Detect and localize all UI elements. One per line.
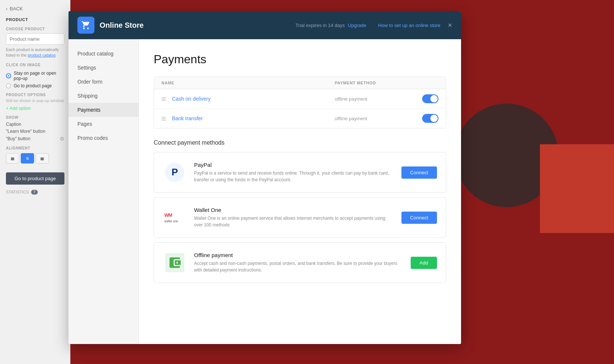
row-1-name-cell: Cash on delivery <box>161 95 335 102</box>
buy-button-item: "Buy" button ⚙ <box>6 136 64 142</box>
wallet-one-logo: W M wallet one <box>163 206 187 229</box>
cash-on-delivery-toggle[interactable] <box>422 94 438 103</box>
payments-content: Payments NAME PAYMENT METHOD Cash on del… <box>139 39 461 344</box>
paypal-name: PayPal <box>194 162 394 168</box>
row-2-method: offline payment <box>335 116 409 121</box>
modal-title: Online Store <box>100 21 296 30</box>
paypal-card: P PayPal PayPal is a service to send and… <box>154 152 446 193</box>
paypal-info: PayPal PayPal is a service to send and r… <box>194 162 394 183</box>
radio-stay-indicator <box>6 73 11 78</box>
store-icon-container <box>77 17 94 34</box>
offline-icon <box>165 253 184 272</box>
radio-stay-label: Stay on page or open pop-up <box>14 71 64 81</box>
svg-text:wallet one: wallet one <box>164 220 178 223</box>
online-store-modal: Online Store Trial expires in 14 days Up… <box>69 11 461 344</box>
offline-payment-add-button[interactable]: Add <box>411 257 437 269</box>
add-option-button[interactable]: + Add option <box>6 106 64 111</box>
modal-header: Online Store Trial expires in 14 days Up… <box>69 11 461 39</box>
table-row: Bank transfer offline payment <box>154 109 446 128</box>
table-row: Cash on delivery offline payment <box>154 89 446 109</box>
row-2-name-cell: Bank transfer <box>161 115 335 122</box>
wallet-one-card: W M wallet one Wallet One Wallet One is … <box>154 197 446 238</box>
click-on-image-label: CLICK ON IMAGE <box>6 63 64 67</box>
payments-page-title: Payments <box>154 53 446 66</box>
back-label: BACK <box>10 6 23 11</box>
paypal-logo-svg: P <box>165 163 184 182</box>
back-chevron-icon: ‹ <box>6 6 7 11</box>
align-left-button[interactable]: ≣ <box>6 153 19 164</box>
drag-handle[interactable] <box>161 97 166 101</box>
drag-handle[interactable] <box>161 117 166 121</box>
left-sidebar: ‹ BACK PRODUCT CHOOSE PRODUCT Each produ… <box>0 0 70 364</box>
helper-text: Each product is automatically listed in … <box>6 47 64 58</box>
row-1-method: offline payment <box>335 96 409 102</box>
nav-item-order-form[interactable]: Order form <box>69 75 139 89</box>
radio-stay[interactable]: Stay on page or open pop-up <box>6 71 64 81</box>
wallet-one-name: Wallet One <box>194 207 394 213</box>
caption-item: Caption <box>6 122 64 127</box>
wallet-one-connect-button[interactable]: Connect <box>401 212 437 224</box>
offline-payment-name: Offline payment <box>194 252 403 258</box>
offline-payment-card: Offline payment Accept cash and non-cash… <box>154 242 446 283</box>
red-rectangle <box>540 144 614 233</box>
col-method: PAYMENT METHOD <box>335 81 409 85</box>
align-right-button[interactable]: ≣ <box>36 153 49 164</box>
add-option-label: + Add option <box>6 106 31 111</box>
bank-transfer-link[interactable]: Bank transfer <box>172 115 203 121</box>
alignment-label: ALIGNMENT <box>6 146 64 150</box>
offline-payment-logo <box>163 251 187 274</box>
radio-goto[interactable]: Go to product page <box>6 83 64 88</box>
paypal-connect-button[interactable]: Connect <box>401 166 437 179</box>
paypal-desc: PayPal is a service to send and receive … <box>194 170 394 183</box>
choose-product-label: CHOOSE PRODUCT <box>6 27 64 31</box>
nav-item-product-catalog[interactable]: Product catalog <box>69 47 139 61</box>
shopping-cart-icon <box>81 20 91 30</box>
cash-on-delivery-link[interactable]: Cash on delivery <box>172 96 210 102</box>
nav-item-settings[interactable]: Settings <box>69 61 139 75</box>
nav-item-shipping[interactable]: Shipping <box>69 89 139 103</box>
nav-item-promo-codes[interactable]: Promo codes <box>69 131 139 145</box>
modal-body: Product catalog Settings Order form Ship… <box>69 39 461 344</box>
settings-icon[interactable]: ⚙ <box>60 136 64 142</box>
product-name-input[interactable] <box>6 33 64 45</box>
wallet-one-info: Wallet One Wallet One is an online payme… <box>194 207 394 228</box>
offline-payment-desc: Accept cash and non-cash payments, posta… <box>194 260 403 273</box>
wallet-icon <box>168 256 182 270</box>
product-title: PRODUCT <box>6 17 64 22</box>
click-action-radio-group: Stay on page or open pop-up Go to produc… <box>6 71 64 88</box>
offline-payment-info: Offline payment Accept cash and non-cash… <box>194 252 403 273</box>
show-label: SHOW <box>6 115 64 119</box>
svg-text:P: P <box>171 166 178 178</box>
wallet-one-desc: Wallet One is an online payment service … <box>194 215 394 228</box>
product-options-label: PRODUCT OPTIONS <box>6 93 64 97</box>
statistics-label: STATISTICS <box>6 190 29 194</box>
modal-nav: Product catalog Settings Order form Ship… <box>69 39 139 344</box>
goto-product-button[interactable]: Go to product page <box>6 172 64 185</box>
product-options-desc: Will be shown in pop-up window <box>6 98 64 103</box>
align-center-button[interactable]: ≡ <box>21 153 34 164</box>
statistics-badge: 7 <box>31 190 38 195</box>
radio-goto-indicator <box>6 83 11 88</box>
upgrade-link[interactable]: Upgrade <box>348 23 366 28</box>
alignment-buttons: ≣ ≡ ≣ <box>6 153 64 164</box>
modal-close-button[interactable]: × <box>448 21 452 29</box>
payments-table: NAME PAYMENT METHOD Cash on delivery off… <box>154 77 446 128</box>
radio-goto-label: Go to product page <box>14 83 52 88</box>
catalog-link[interactable]: product catalog <box>28 53 56 57</box>
alignment-section: ALIGNMENT ≣ ≡ ≣ <box>6 146 64 164</box>
nav-item-pages[interactable]: Pages <box>69 117 139 131</box>
payments-table-header: NAME PAYMENT METHOD <box>154 77 446 89</box>
nav-item-payments[interactable]: Payments <box>69 103 139 117</box>
how-to-link[interactable]: How to set up an online store <box>378 23 440 28</box>
statistics-bar: STATISTICS 7 <box>6 190 64 195</box>
learn-more-item: "Learn More" button <box>6 129 64 134</box>
trial-text: Trial expires in 14 days <box>296 23 345 28</box>
back-button[interactable]: ‹ BACK <box>6 6 64 11</box>
connect-section-title: Connect payment methods <box>154 139 446 146</box>
col-name: NAME <box>161 81 335 85</box>
svg-text:M: M <box>168 212 173 218</box>
paypal-logo: P <box>163 161 187 184</box>
wallet-one-logo-svg: W M wallet one <box>163 210 187 225</box>
bank-transfer-toggle[interactable] <box>422 114 438 123</box>
